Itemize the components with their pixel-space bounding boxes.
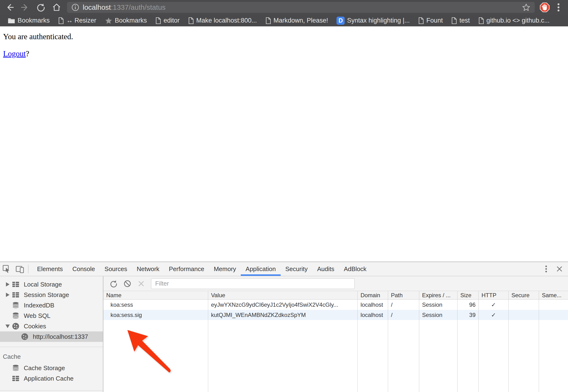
cookie-row-koa-sess-sig[interactable]: koa:sess.sig kutQJMI_WEnAMBNdZKZdkozSpYM… <box>103 310 568 320</box>
cookie-path: / <box>388 300 419 310</box>
bookmark-markdown-please[interactable]: Markdown, Please! <box>263 17 331 24</box>
tab-memory[interactable]: Memory <box>209 262 241 276</box>
sidebar-item-cache-storage[interactable]: Cache Storage <box>0 363 103 373</box>
cookies-table-header: Name Value Domain Path Expires / ... Siz… <box>103 291 568 300</box>
auth-status-text: You are authenticated. <box>3 32 568 41</box>
sidebar-item-indexeddb[interactable]: IndexedDB <box>0 300 103 310</box>
tab-application[interactable]: Application <box>241 262 280 276</box>
filter-input[interactable] <box>151 278 355 289</box>
folder-icon <box>8 17 15 24</box>
bookmark-resizer[interactable]: ↔ Resizer <box>55 17 99 24</box>
d-badge-icon: D <box>337 17 345 25</box>
browser-menu-button[interactable] <box>553 2 564 13</box>
kebab-menu-icon <box>557 2 560 13</box>
expander-collapsed-icon[interactable] <box>6 282 10 287</box>
bookmark-folder[interactable]: Bookmarks <box>5 17 53 24</box>
sidebar-item-application-cache[interactable]: Application Cache <box>0 373 103 384</box>
devtools-panel: Elements Console Sources Network Perform… <box>0 262 568 392</box>
bookmark-test[interactable]: test <box>448 17 473 24</box>
back-button[interactable] <box>4 2 15 13</box>
cookie-domain: localhost <box>358 300 388 310</box>
bookmark-github-io[interactable]: github.io <> github.c... <box>476 17 553 24</box>
forward-icon <box>21 4 27 10</box>
adblock-extension-button[interactable] <box>540 2 550 13</box>
page-icon <box>418 17 424 24</box>
sidebar-item-localhost-1337[interactable]: http://localhost:1337 <box>0 331 103 342</box>
address-bar[interactable]: localhost:1337/auth/status <box>67 2 535 13</box>
inspect-element-button[interactable] <box>0 262 13 276</box>
cookie-domain: localhost <box>358 310 388 320</box>
delete-selected-button[interactable] <box>134 277 148 291</box>
column-header-size[interactable]: Size <box>457 291 479 300</box>
cookies-table-empty-area <box>103 320 568 392</box>
back-icon <box>8 4 13 10</box>
cookie-http-check: ✓ <box>479 300 509 310</box>
inspect-cursor-icon <box>2 265 11 273</box>
tab-sources[interactable]: Sources <box>100 262 132 276</box>
logout-suffix: ? <box>26 49 29 58</box>
cookie-value: eyJwYXNzcG9ydCI6eyJ1c2VyIjo4fSwiX2V4cGly… <box>208 300 358 310</box>
forward-button[interactable] <box>20 2 30 13</box>
column-header-path[interactable]: Path <box>388 291 419 300</box>
bookmark-make-localhost[interactable]: Make localhost:800... <box>185 17 260 24</box>
bookmark-star-icon[interactable] <box>522 3 530 12</box>
sidebar-item-local-storage[interactable]: Local Storage <box>0 279 103 290</box>
devtools-close-button[interactable] <box>553 262 566 276</box>
column-header-http[interactable]: HTTP <box>479 291 509 300</box>
cookie-size: 39 <box>457 310 479 320</box>
tab-console[interactable]: Console <box>68 262 99 276</box>
devtools-menu-button[interactable] <box>540 262 553 276</box>
column-header-expires[interactable]: Expires / ... <box>419 291 457 300</box>
sidebar-item-cookies[interactable]: Cookies <box>0 321 103 331</box>
page-content: You are authenticated. Logout? <box>0 26 568 262</box>
bookmark-syntax-highlighting[interactable]: D Syntax highlighting |... <box>334 17 412 25</box>
logout-line: Logout? <box>3 49 568 58</box>
url-path: :1337/auth/status <box>111 3 165 11</box>
tab-elements[interactable]: Elements <box>32 262 68 276</box>
database-icon <box>11 312 20 319</box>
home-button[interactable] <box>51 2 62 13</box>
expander-expanded-icon[interactable] <box>5 324 10 328</box>
database-icon <box>11 364 20 372</box>
browser-window: localhost:1337/auth/status <box>0 0 568 392</box>
bookmark-fount[interactable]: Fount <box>415 17 446 24</box>
column-header-domain[interactable]: Domain <box>358 291 388 300</box>
cookie-row-koa-sess[interactable]: koa:sess eyJwYXNzcG9ydCI6eyJ1c2VyIjo4fSw… <box>103 300 568 310</box>
page-icon <box>451 17 457 24</box>
table-grid-icon <box>11 375 20 382</box>
cookie-name: koa:sess <box>103 300 208 310</box>
bookmark-editor[interactable]: editor <box>153 17 183 24</box>
tab-performance[interactable]: Performance <box>164 262 209 276</box>
expander-collapsed-icon[interactable] <box>6 293 10 297</box>
bookmark-bookmarks-star[interactable]: Bookmarks <box>102 17 150 25</box>
sidebar-item-web-sql[interactable]: Web SQL <box>0 310 103 321</box>
column-header-value[interactable]: Value <box>208 291 358 300</box>
tab-audits[interactable]: Audits <box>312 262 339 276</box>
page-info-icon[interactable] <box>71 3 79 11</box>
reload-button[interactable] <box>36 2 46 13</box>
refresh-button[interactable] <box>107 277 120 291</box>
column-header-samesite[interactable]: Same... <box>539 291 568 300</box>
clear-all-button[interactable] <box>120 277 134 291</box>
cookie-name: koa:sess.sig <box>103 310 208 320</box>
refresh-icon <box>110 280 118 288</box>
database-icon <box>11 302 20 309</box>
bookmarks-bar: Bookmarks ↔ Resizer Bookmarks editor Mak… <box>0 15 568 26</box>
block-icon <box>123 280 131 288</box>
tab-security[interactable]: Security <box>281 262 312 276</box>
page-icon <box>156 17 161 24</box>
sidebar-item-session-storage[interactable]: Session Storage <box>0 290 103 300</box>
cookie-path: / <box>388 310 419 320</box>
column-header-secure[interactable]: Secure <box>509 291 539 300</box>
column-header-name[interactable]: Name <box>103 291 208 300</box>
tab-network[interactable]: Network <box>132 262 164 276</box>
cookie-http-check: ✓ <box>479 310 509 320</box>
logout-link[interactable]: Logout <box>3 49 26 58</box>
device-toolbar-button[interactable] <box>13 262 27 276</box>
sidebar-divider <box>0 390 103 391</box>
cookie-size: 96 <box>457 300 479 310</box>
tab-adblock[interactable]: AdBlock <box>339 262 371 276</box>
tabbar-separator <box>28 265 28 273</box>
page-icon <box>58 17 64 24</box>
cookie-icon <box>11 322 20 330</box>
